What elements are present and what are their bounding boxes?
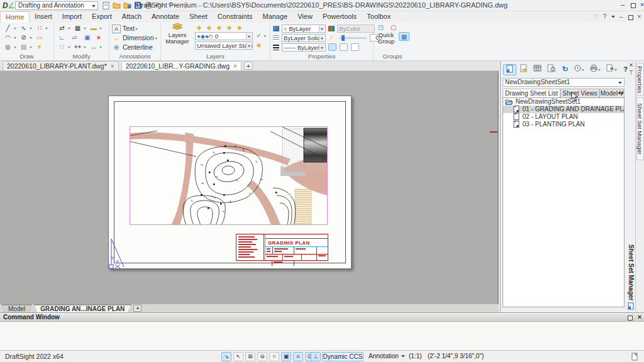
explode-tool-icon[interactable]: ∗ bbox=[94, 33, 103, 42]
match-properties-icon[interactable] bbox=[328, 43, 336, 51]
hatch-tool-icon[interactable]: ▨ bbox=[18, 43, 29, 52]
tab-import[interactable]: Import bbox=[57, 11, 87, 23]
transparency-slider-thumb[interactable] bbox=[341, 35, 345, 41]
export-sheet-set-button[interactable] bbox=[605, 64, 618, 75]
layer-merge-icon[interactable]: ◈ bbox=[235, 23, 243, 32]
edit-group-icon[interactable]: ▩ bbox=[399, 32, 409, 41]
layer-lock-icon[interactable]: ◈ bbox=[225, 23, 233, 32]
circle-tool-icon[interactable]: ◎ bbox=[3, 43, 13, 52]
minimize-button[interactable] bbox=[618, 1, 627, 9]
tab-sheet-views[interactable]: Sheet Views bbox=[560, 89, 599, 97]
side-tab-sheet-set-manager[interactable]: Sheet Set Manager bbox=[636, 97, 644, 160]
model-tab[interactable]: Model bbox=[2, 305, 31, 312]
sheet-properties-button[interactable] bbox=[531, 64, 544, 75]
new-document-tab-button[interactable]: + bbox=[244, 62, 253, 70]
sheet-item-01[interactable]: 01 - GRADING AND DRAINAGE PLAN bbox=[503, 106, 624, 113]
tab-drawing-sheet-list[interactable]: Drawing Sheet List bbox=[502, 89, 560, 97]
ortho-toggle-icon[interactable]: ⊖ bbox=[257, 352, 267, 361]
save-button[interactable] bbox=[133, 1, 143, 11]
tab-export[interactable]: Export bbox=[87, 11, 117, 23]
layer-isolate-icon[interactable]: ◈ bbox=[205, 23, 213, 32]
workspace-selector[interactable]: Drafting and Annotation bbox=[15, 1, 98, 10]
sheet-item-03[interactable]: 03 - PLANTING PLAN bbox=[503, 121, 624, 128]
tab-model-views[interactable]: Model V bbox=[599, 89, 625, 97]
pointer-filter-icon[interactable]: ↘ bbox=[221, 352, 231, 361]
doc-minimize-button[interactable] bbox=[617, 13, 625, 21]
tab-view[interactable]: View bbox=[292, 11, 318, 23]
ribbon-options-chevron-icon[interactable] bbox=[609, 13, 617, 21]
tab-scroll-left-icon[interactable]: ◂ bbox=[618, 90, 620, 96]
sheet-layout-tab[interactable]: GRADING AN...INAGE PLAN bbox=[34, 305, 131, 312]
line-color-combo[interactable]: ○ ByLayer bbox=[282, 25, 326, 33]
layer-hide-icon[interactable]: ◈ bbox=[195, 23, 203, 32]
tab-toolbox[interactable]: Toolbox bbox=[362, 11, 396, 23]
combo-dropdown-icon[interactable] bbox=[246, 33, 252, 39]
selection-mode-icon[interactable]: ↖ bbox=[233, 352, 243, 361]
entity-track-icon[interactable]: ≡ bbox=[293, 352, 303, 361]
dimension-tool[interactable]: ↔ Dimension bbox=[112, 33, 160, 43]
help-icon[interactable] bbox=[601, 13, 609, 21]
doc-tab-grading[interactable]: 20220610_LIBR...Y-GRADING.dwg bbox=[121, 61, 242, 70]
more-commands-button[interactable]: ⋮ bbox=[180, 1, 191, 11]
grid-toggle-icon[interactable]: ⊞ bbox=[245, 352, 255, 361]
dynamic-ccs-button[interactable]: Dynamic CCS bbox=[322, 352, 364, 361]
doc-restore-button[interactable] bbox=[626, 13, 634, 21]
layer-state-save-icon[interactable]: ◈ bbox=[255, 41, 263, 50]
print-button[interactable] bbox=[143, 1, 153, 11]
quick-group-label[interactable]: Quick Group bbox=[375, 32, 397, 45]
trim-tool-icon[interactable]: ∟ bbox=[57, 33, 67, 42]
erase-tool-icon[interactable]: ▬ bbox=[88, 24, 99, 33]
centerline-tool[interactable]: ⊕ Centerline bbox=[112, 43, 160, 52]
feedback-heart-icon[interactable] bbox=[592, 13, 600, 21]
ccs-toggle-icon[interactable]: ⊥ bbox=[311, 352, 321, 361]
tab-scroll-right-icon[interactable]: ▸ bbox=[621, 90, 624, 96]
layer-ok-check-icon[interactable]: ✓ bbox=[255, 31, 263, 40]
layer-state-combo[interactable]: Unsaved Layer State bbox=[195, 41, 253, 50]
doc-close-button[interactable] bbox=[635, 13, 643, 21]
line-tool-icon[interactable]: ╱ bbox=[3, 24, 13, 33]
tab-home[interactable]: Home bbox=[0, 11, 30, 23]
open-file-button[interactable] bbox=[111, 1, 121, 11]
stretch-tool-icon[interactable]: ↔ bbox=[88, 43, 99, 52]
spline-tool-icon[interactable]: ∿ bbox=[18, 24, 29, 33]
polar-toggle-icon[interactable]: ○ bbox=[269, 352, 279, 361]
quick-group-icon[interactable]: ◳ bbox=[375, 23, 386, 32]
print-sheet-set-button[interactable] bbox=[589, 64, 602, 75]
command-window-float-button[interactable] bbox=[625, 314, 634, 321]
new-sheet-set-button[interactable] bbox=[503, 64, 516, 75]
refresh-sheet-set-icon[interactable]: ↻ bbox=[558, 64, 572, 75]
panel-pin-button[interactable] bbox=[627, 69, 635, 77]
tab-annotate[interactable]: Annotate bbox=[147, 11, 184, 23]
line-weight-combo[interactable]: —— ByLayer bbox=[282, 43, 326, 52]
performance-page-icon[interactable] bbox=[631, 353, 638, 361]
move-tool-icon[interactable]: ⇄ bbox=[57, 24, 67, 33]
arc-tool-icon[interactable]: ◠ bbox=[3, 33, 13, 42]
sheet-set-root[interactable]: NewDrawingSheetSet1 bbox=[503, 98, 624, 106]
command-window-header[interactable]: Command Window bbox=[0, 314, 644, 322]
drawing-canvas[interactable]: GRADING PLAN Y bbox=[0, 71, 499, 304]
close-tab-icon[interactable] bbox=[233, 63, 237, 70]
line-style-combo[interactable]: ByLayer Solid bbox=[282, 34, 326, 42]
combo-dropdown-icon[interactable] bbox=[246, 43, 252, 48]
polygon-tool-icon[interactable]: ▼ bbox=[34, 43, 45, 52]
tab-constraints[interactable]: Constraints bbox=[213, 11, 258, 23]
drawing-sheet-list[interactable]: NewDrawingSheetSet1 01 - GRADING AND DRA… bbox=[502, 97, 625, 307]
entity-snap-icon[interactable]: ▣ bbox=[281, 352, 291, 361]
command-window[interactable]: Command Window bbox=[0, 312, 644, 350]
import-sheet-button[interactable] bbox=[517, 64, 530, 75]
active-layer-combo[interactable]: ●◆●∕○ 0 bbox=[195, 32, 253, 40]
doc-tab-plant[interactable]: 20220610_LIBRARY-PLANT.dwg* bbox=[3, 61, 119, 70]
tab-manage[interactable]: Manage bbox=[257, 11, 292, 23]
command-window-close-button[interactable] bbox=[635, 314, 644, 321]
paper-sheet[interactable]: GRADING PLAN Y bbox=[108, 96, 352, 269]
preview-sheet-button[interactable] bbox=[545, 64, 558, 75]
restore-button[interactable] bbox=[628, 1, 637, 9]
history-button[interactable] bbox=[572, 64, 586, 75]
offset-tool-icon[interactable]: ▣ bbox=[82, 33, 92, 42]
close-button[interactable] bbox=[638, 1, 644, 9]
sheet-item-02[interactable]: 02 - LAYOUT PLAN bbox=[503, 113, 624, 121]
annotation-scale-dropdown[interactable]: Annotation bbox=[367, 352, 405, 361]
point-tool-icon[interactable]: ∷ bbox=[34, 24, 45, 33]
ungroup-icon[interactable]: ▢ bbox=[388, 23, 399, 32]
tab-powertools[interactable]: Powertools bbox=[318, 11, 362, 23]
